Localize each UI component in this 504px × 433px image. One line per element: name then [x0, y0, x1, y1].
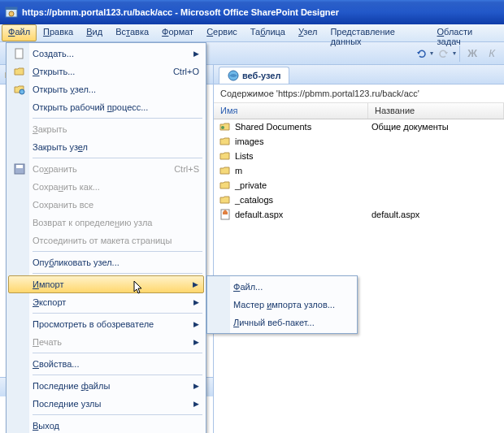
- submenu-item[interactable]: Личный веб-пакет...: [209, 314, 355, 331]
- menu-вставка[interactable]: Вставка: [109, 24, 155, 41]
- folder-icon: [219, 193, 232, 206]
- file-title: Общие документы: [371, 122, 449, 132]
- import-submenu: Файл...Мастер импорта узлов...Личный веб…: [206, 275, 358, 334]
- aspx-icon: [219, 208, 232, 221]
- col-title[interactable]: Название: [368, 103, 504, 119]
- menu-item[interactable]: Открыть...Ctrl+O: [8, 63, 204, 80]
- menu-item-icon: [11, 397, 28, 410]
- file-name: _catalogs: [235, 195, 371, 205]
- menu-item[interactable]: Закрыть узел: [8, 138, 204, 156]
- menu-области задач[interactable]: Области задач: [431, 24, 502, 41]
- submenu-item[interactable]: Файл...: [209, 278, 355, 296]
- svg-point-2: [9, 11, 14, 16]
- menu-item-icon: [11, 123, 28, 136]
- title-bar: https://pbmm.portal123.ru/back/acc - Mic…: [0, 0, 504, 24]
- submenu-arrow-icon: ▶: [193, 382, 199, 390]
- menu-item[interactable]: Создать...▶: [8, 45, 204, 63]
- file-name: Lists: [235, 151, 371, 161]
- redo-button[interactable]: [435, 45, 453, 63]
- menu-item-icon: [11, 336, 28, 349]
- menu-item[interactable]: Экспорт▶: [8, 293, 204, 311]
- file-row[interactable]: images: [214, 134, 504, 149]
- menu-item-icon: [11, 47, 28, 60]
- menu-представление данных[interactable]: Представление данных: [324, 24, 430, 41]
- folder-icon: [219, 164, 232, 177]
- submenu-arrow-icon: ▶: [193, 320, 199, 328]
- menu-item-icon: [11, 141, 28, 154]
- submenu-arrow-icon: ▶: [193, 338, 199, 346]
- menu-item-icon: [11, 198, 28, 211]
- menu-item: Сохранить как...: [8, 178, 204, 196]
- menu-item-label: Последние файлы: [33, 381, 193, 391]
- menu-item[interactable]: Открыть узел...: [8, 80, 204, 98]
- menu-вид[interactable]: Вид: [80, 24, 109, 41]
- menu-item-icon: [11, 101, 28, 114]
- menu-item-label: Просмотреть в обозревателе: [33, 319, 193, 329]
- menu-item[interactable]: Открыть рабочий процесс...: [8, 98, 204, 116]
- svg-rect-13: [15, 49, 23, 58]
- bold-button[interactable]: Ж: [463, 45, 481, 63]
- file-row[interactable]: m: [214, 163, 504, 178]
- submenu-arrow-icon: ▶: [193, 50, 199, 58]
- submenu-item[interactable]: Мастер импорта узлов...: [209, 296, 355, 314]
- folder-sp-icon: [219, 120, 232, 133]
- menu-item-label: Открыть...: [33, 67, 173, 76]
- tab-strip: веб-узел: [214, 65, 504, 84]
- tab-website[interactable]: веб-узел: [219, 67, 289, 84]
- menu-item[interactable]: Последние файлы▶: [8, 377, 204, 395]
- globe-icon: [228, 70, 239, 81]
- menu-item: Закрыть: [8, 120, 204, 138]
- folder-icon: [219, 179, 232, 192]
- file-row[interactable]: Shared DocumentsОбщие документы: [214, 119, 504, 134]
- menu-item-icon: [11, 278, 28, 291]
- menu-item[interactable]: Импорт▶: [8, 275, 204, 293]
- submenu-item-label: Личный веб-пакет...: [233, 318, 315, 327]
- menu-узел[interactable]: Узел: [292, 24, 324, 41]
- menu-separator: [33, 118, 202, 119]
- file-row[interactable]: _catalogs: [214, 193, 504, 207]
- menu-item-icon: [11, 65, 28, 78]
- menu-item-icon: [11, 318, 28, 331]
- menu-item-label: Закрыть узел: [33, 142, 204, 152]
- file-name: Shared Documents: [235, 122, 371, 132]
- file-row[interactable]: Lists: [214, 149, 504, 163]
- menu-item-shortcut: Ctrl+S: [174, 164, 199, 174]
- menu-item-icon: [11, 180, 28, 193]
- menu-separator: [33, 414, 202, 415]
- menu-item[interactable]: Последние узлы▶: [8, 395, 204, 413]
- tab-label: веб-узел: [242, 71, 280, 80]
- menu-таблица[interactable]: Таблица: [244, 24, 292, 41]
- menu-формат[interactable]: Формат: [155, 24, 200, 41]
- menu-item-icon: [11, 234, 28, 247]
- menu-separator: [33, 251, 202, 252]
- menu-item-label: Сохранить все: [33, 200, 204, 210]
- menu-файл[interactable]: Файл: [2, 24, 37, 41]
- menu-item[interactable]: Просмотреть в обозревателе▶: [8, 315, 204, 333]
- col-name[interactable]: Имя: [214, 103, 368, 119]
- italic-button[interactable]: К: [483, 45, 501, 63]
- menu-item-label: Экспорт: [33, 297, 193, 307]
- menu-separator: [33, 158, 202, 158]
- menu-item[interactable]: Опубликовать узел...: [8, 253, 204, 271]
- menu-item[interactable]: Выход: [8, 417, 204, 433]
- svg-point-11: [221, 126, 224, 129]
- menu-separator: [33, 375, 202, 375]
- submenu-arrow-icon: ▶: [193, 280, 198, 288]
- menu-сервис[interactable]: Сервис: [200, 24, 244, 41]
- menu-separator: [33, 353, 202, 353]
- menu-item-icon: [11, 357, 28, 370]
- menu-item: Печать▶: [8, 333, 204, 351]
- undo-button[interactable]: [412, 45, 430, 63]
- file-title: default.aspx: [371, 210, 419, 219]
- menu-separator: [33, 273, 202, 274]
- svg-point-14: [20, 89, 24, 94]
- menu-правка[interactable]: Правка: [37, 24, 80, 41]
- file-menu-dropdown: Создать...▶Открыть...Ctrl+OОткрыть узел.…: [6, 42, 206, 433]
- menu-item-label: Закрыть: [33, 124, 204, 134]
- file-row[interactable]: default.aspxdefault.aspx: [214, 207, 504, 222]
- window-title: https://pbmm.portal123.ru/back/acc - Mic…: [22, 7, 339, 17]
- menu-item-shortcut: Ctrl+O: [173, 67, 199, 76]
- menu-bar: ФайлПравкаВидВставкаФорматСервисТаблицаУ…: [0, 24, 504, 42]
- file-row[interactable]: _private: [214, 178, 504, 193]
- menu-item[interactable]: Свойства...: [8, 355, 204, 373]
